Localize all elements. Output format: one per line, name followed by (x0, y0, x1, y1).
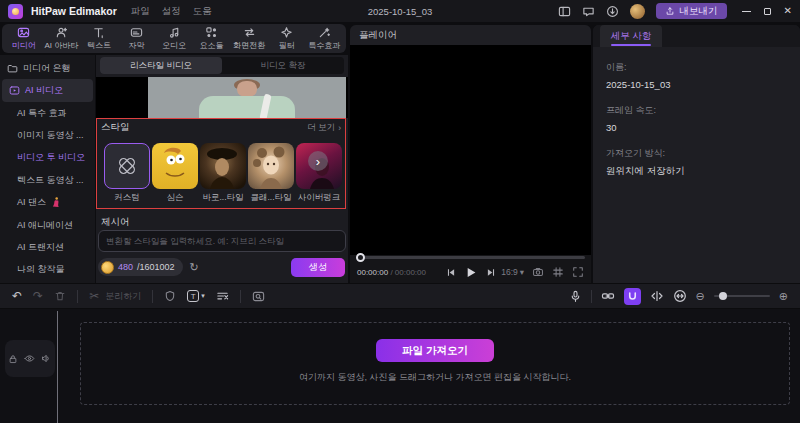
zoom-in-icon[interactable]: ⊕ (779, 290, 788, 303)
eye-icon[interactable] (24, 353, 35, 364)
sidebar-item-video-to-video[interactable]: 비디오 투 비디오 (0, 147, 95, 169)
timeline-toolbar-left: ↶ ↷ ✂ 분리하기 T ▾ (12, 290, 265, 303)
ribbon-tab-subtitles[interactable]: 자막 (118, 24, 156, 53)
drop-hint-text: 여기까지 동영상, 사진을 드래그하거나 가져오면 편집을 시작합니다. (299, 371, 571, 384)
ribbon-tab-text[interactable]: 텍스트 (80, 24, 118, 53)
sidebar-item-text-to-video[interactable]: 텍스트 동영상 ... (0, 169, 95, 191)
generate-button[interactable]: 생성 (291, 258, 345, 277)
tab-restyle-video[interactable]: 리스타일 비디오 (100, 57, 222, 74)
style-card-classic[interactable]: 클래...타일 (248, 143, 294, 204)
import-files-button[interactable]: 파일 가져오기 (376, 339, 494, 362)
text-tool-dropdown[interactable]: T ▾ (187, 290, 205, 302)
detail-field-name: 이름: 2025-10-15_03 (606, 61, 787, 90)
source-video-preview[interactable] (96, 77, 348, 118)
menu-settings[interactable]: 설정 (162, 5, 181, 18)
sidebar-item-ai-effects[interactable]: AI 특수 효과 (0, 102, 95, 124)
ribbon-tab-transitions[interactable]: 화면전환 (230, 24, 268, 53)
menu-help[interactable]: 도움 (193, 5, 212, 18)
ripple-edit-icon[interactable] (650, 289, 664, 303)
ribbon-tab-audio[interactable]: 오디오 (155, 24, 193, 53)
fullscreen-icon[interactable] (572, 266, 584, 278)
tab-video-extend[interactable]: 비디오 확장 (222, 57, 344, 74)
time-total: / 00:00:00 (390, 268, 426, 277)
content-panel: 리스타일 비디오 비디오 확장 스타일 더 보기 › (96, 55, 348, 283)
subtitles-icon (130, 26, 143, 39)
timeline-zoom-slider[interactable] (714, 295, 770, 297)
media-dropzone[interactable]: 파일 가져오기 여기까지 동영상, 사진을 드래그하거나 가져오면 편집을 시작… (80, 322, 790, 405)
prev-frame-icon[interactable] (446, 268, 455, 277)
zoom-frame-icon[interactable] (252, 290, 265, 303)
feedback-icon[interactable] (582, 5, 595, 18)
maximize-icon[interactable] (764, 8, 771, 15)
sidebar-item-label: AI 특수 효과 (17, 107, 67, 120)
undo-icon[interactable]: ↶ (12, 290, 22, 302)
style-header: 스타일 더 보기 › (101, 121, 341, 134)
chevron-right-icon: › (338, 123, 341, 133)
split-scissors-icon[interactable]: ✂ (89, 290, 99, 302)
trash-icon[interactable] (54, 290, 66, 302)
avatar[interactable] (630, 4, 645, 19)
layout-panels-icon[interactable] (558, 5, 571, 18)
shield-icon[interactable] (164, 290, 176, 302)
ribbon-tab-ai-avatar[interactable]: AI 아바타 (43, 24, 81, 53)
sidebar-item-media-bank[interactable]: 미디어 은행 (0, 57, 95, 79)
magnet-icon (627, 291, 638, 302)
sidebar-item-label: AI 비디오 (25, 84, 63, 97)
timeline-area: 파일 가져오기 여기까지 동영상, 사진을 드래그하거나 가져오면 편집을 시작… (0, 309, 800, 423)
video-viewport[interactable] (350, 45, 591, 255)
prompt-input[interactable] (98, 230, 346, 252)
split-label: 분리하기 (105, 290, 141, 303)
app-logo-icon (8, 4, 23, 19)
menu-file[interactable]: 파일 (131, 5, 150, 18)
next-frame-icon[interactable] (486, 268, 495, 277)
style-more-button[interactable]: 더 보기 › (307, 122, 341, 134)
sidebar-item-ai-dance[interactable]: AI 댄스 (0, 191, 95, 213)
sidebar-item-label: AI 트랜지션 (17, 241, 64, 254)
auto-fit-icon[interactable] (673, 289, 687, 303)
export-button[interactable]: 내보내기 (656, 3, 727, 19)
detail-field-import-mode: 가져오기 방식: 원위치에 저장하기 (606, 147, 787, 178)
content-bottom-row: 480 /1601002 ↻ 생성 (98, 257, 345, 277)
simpson-style-thumb (152, 143, 198, 189)
sidebar-item-image-to-video[interactable]: 이미지 동영상 ... (0, 124, 95, 146)
style-card-simpson[interactable]: 심슨 (152, 143, 198, 204)
style-card-list: 커스텀 심슨 바로...타일 (104, 143, 346, 204)
close-icon[interactable]: ✕ (784, 6, 792, 16)
source-video-frame (148, 77, 346, 118)
play-icon[interactable] (465, 267, 476, 278)
lock-icon[interactable] (8, 354, 18, 364)
tab-details[interactable]: 세부 사항 (600, 25, 662, 47)
minimize-icon[interactable] (742, 11, 751, 12)
refresh-credits-icon[interactable]: ↻ (190, 261, 199, 274)
microphone-icon[interactable] (569, 290, 582, 303)
snapshot-camera-icon[interactable] (532, 266, 544, 278)
ribbon-tab-elements[interactable]: 요소들 (193, 24, 231, 53)
aspect-ratio-dropdown[interactable]: 16:9 ▾ (501, 267, 524, 277)
sidebar-item-ai-animation[interactable]: AI 애니메이션 (0, 214, 95, 236)
update-download-icon[interactable] (606, 5, 619, 18)
zoom-slider-handle[interactable] (719, 292, 727, 300)
player-seekbar[interactable] (356, 256, 585, 259)
ribbon-tab-effects[interactable]: 특수효과 (306, 24, 344, 53)
sidebar-item-ai-video[interactable]: AI 비디오 (2, 79, 93, 101)
details-body: 이름: 2025-10-15_03 프레임 속도: 30 가져오기 방식: 원위… (593, 47, 800, 206)
bandage-icon (116, 155, 138, 177)
ribbon-tab-filters[interactable]: 필터 (268, 24, 306, 53)
style-card-baroque[interactable]: 바로...타일 (200, 143, 246, 204)
style-card-custom[interactable]: 커스텀 (104, 143, 150, 204)
grid-icon[interactable] (552, 266, 564, 278)
speaker-icon[interactable] (41, 353, 52, 364)
subtitle-split-icon[interactable] (216, 290, 229, 303)
style-next-arrow-button[interactable]: › (308, 151, 328, 171)
sidebar-item-ai-transition[interactable]: AI 트랜지션 (0, 236, 95, 258)
effects-wand-icon (318, 26, 331, 39)
magnet-snap-button[interactable] (624, 288, 641, 305)
ribbon-toolbar: 미디어 AI 아바타 텍스트 자막 오디오 (2, 24, 346, 53)
redo-icon[interactable]: ↷ (33, 290, 43, 302)
zoom-out-icon[interactable]: ⊖ (696, 290, 705, 303)
link-clips-icon[interactable] (601, 289, 615, 303)
playhead[interactable] (57, 311, 58, 423)
ribbon-tab-media[interactable]: 미디어 (5, 24, 43, 53)
sidebar-item-my-creations[interactable]: 나의 창작물 (0, 259, 95, 281)
export-label: 내보내기 (680, 5, 718, 18)
